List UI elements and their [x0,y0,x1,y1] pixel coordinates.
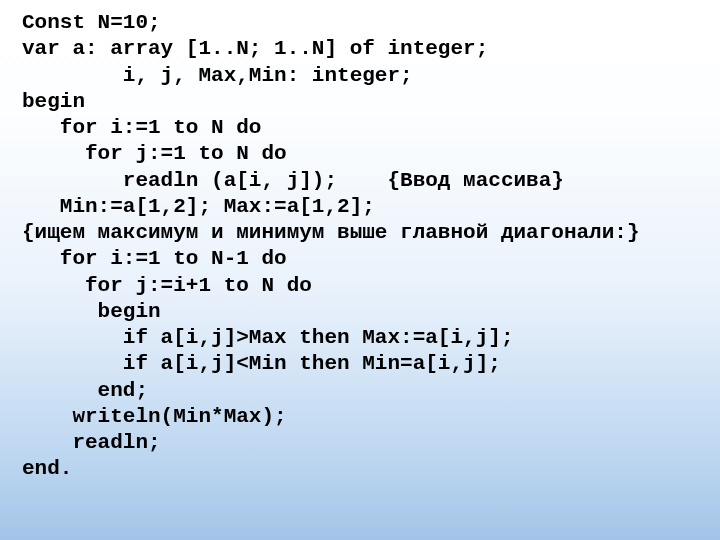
code-line: for i:=1 to N-1 do [22,247,287,270]
code-line: end; [22,379,148,402]
code-line: i, j, Max,Min: integer; [22,64,413,87]
code-line: {ищем максимум и минимум выше главной ди… [22,221,640,244]
code-line: for i:=1 to N do [22,116,261,139]
code-line: end. [22,457,72,480]
code-line: if a[i,j]<Min then Min=a[i,j]; [22,352,501,375]
code-line: Min:=a[1,2]; Max:=a[1,2]; [22,195,375,218]
code-line: var a: array [1..N; 1..N] of integer; [22,37,488,60]
code-line: if a[i,j]>Max then Max:=a[i,j]; [22,326,513,349]
code-line: readln; [22,431,161,454]
code-block: Const N=10; var a: array [1..N; 1..N] of… [0,0,720,483]
code-line: for j:=i+1 to N do [22,274,312,297]
code-line: begin [22,300,161,323]
code-line: begin [22,90,85,113]
code-line: Const N=10; [22,11,161,34]
code-line: readln (a[i, j]); {Ввод массива} [22,169,564,192]
code-line: for j:=1 to N do [22,142,287,165]
code-line: writeln(Min*Max); [22,405,287,428]
